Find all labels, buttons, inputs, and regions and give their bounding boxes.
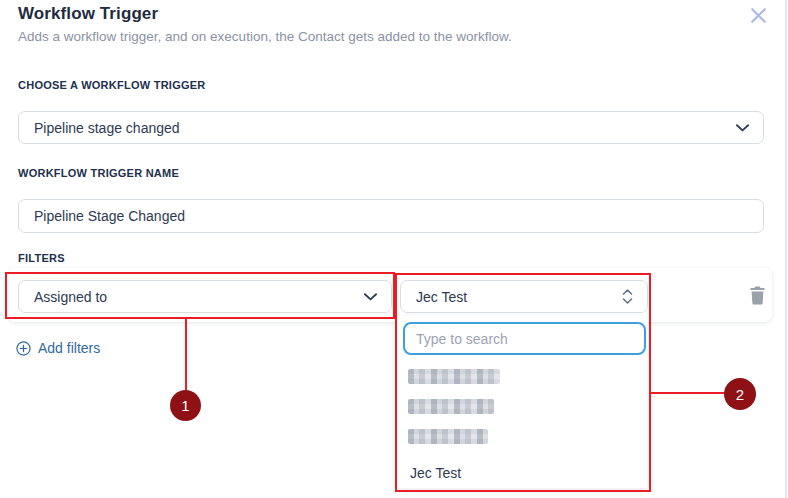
filter-value-select[interactable]: Jec Test	[400, 280, 648, 313]
plus-circle-icon	[16, 341, 31, 356]
add-filters-button[interactable]: Add filters	[16, 338, 100, 358]
workflow-trigger-name-input[interactable]	[18, 199, 764, 233]
workflow-trigger-select-value: Pipeline stage changed	[34, 120, 180, 136]
delete-filter-button[interactable]	[744, 282, 770, 308]
search-input[interactable]	[403, 322, 646, 355]
chevron-down-icon	[736, 124, 749, 132]
annotation-badge-2: 2	[724, 378, 756, 410]
filters-label: FILTERS	[18, 252, 65, 264]
page-title: Workflow Trigger	[18, 4, 158, 24]
chevron-updown-icon	[622, 287, 633, 306]
workflow-trigger-name-label: WORKFLOW TRIGGER NAME	[18, 167, 179, 179]
filter-field-select[interactable]: Assigned to	[18, 280, 392, 313]
chevron-down-icon	[364, 293, 377, 301]
filter-field-select-value: Assigned to	[34, 289, 107, 305]
filter-value-select-value: Jec Test	[416, 289, 467, 305]
redacted-option[interactable]	[408, 399, 494, 414]
workflow-trigger-select[interactable]: Pipeline stage changed	[18, 111, 764, 144]
dropdown-option-jec-test[interactable]: Jec Test	[410, 465, 461, 481]
workflow-trigger-modal: Workflow Trigger Adds a workflow trigger…	[0, 0, 788, 498]
trash-icon	[749, 286, 766, 305]
choose-workflow-trigger-label: CHOOSE A WORKFLOW TRIGGER	[18, 79, 206, 91]
close-button[interactable]	[745, 2, 771, 28]
close-icon	[749, 6, 768, 25]
modal-edge-divider	[785, 0, 787, 498]
annotation-connector-1	[185, 319, 187, 391]
modal-description: Adds a workflow trigger, and on executio…	[18, 29, 512, 44]
annotation-badge-1: 1	[170, 390, 201, 421]
annotation-connector-2	[651, 392, 725, 394]
redacted-option[interactable]	[408, 429, 488, 444]
add-filters-label: Add filters	[38, 340, 100, 356]
redacted-option[interactable]	[408, 369, 500, 384]
